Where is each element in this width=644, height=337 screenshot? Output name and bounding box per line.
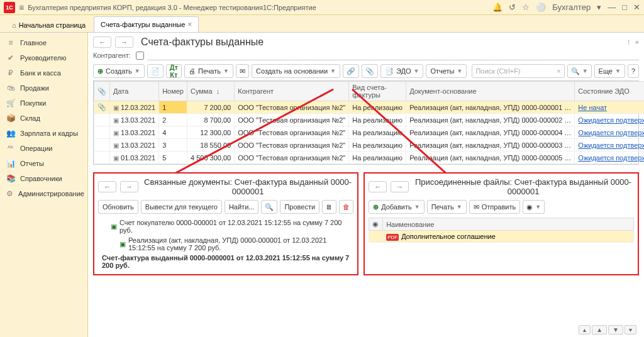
- help-icon[interactable]: ⁝: [628, 38, 630, 47]
- create-based-button[interactable]: Создать на основании▼: [252, 64, 340, 78]
- tree-item[interactable]: ▣Реализация (акт, накладная, УПД) 0000-0…: [98, 235, 353, 253]
- settings-icon[interactable]: ⚪: [536, 3, 546, 12]
- bell-icon[interactable]: 🔔: [492, 3, 502, 12]
- col-edo[interactable]: Состояние ЭДО: [575, 82, 644, 101]
- table-row[interactable]: ▣ 13.03.2021318 550,00ООО "Тестовая орга…: [94, 139, 645, 152]
- history-icon[interactable]: ↺: [509, 3, 516, 12]
- detail-panels: ← → Связанные документы: Счет-фактура вы…: [93, 172, 639, 275]
- close-page-icon[interactable]: ×: [635, 38, 639, 47]
- doc-icon: ▣: [119, 240, 126, 248]
- sidebar-item-main[interactable]: ≡Главное: [0, 35, 87, 50]
- refresh-button[interactable]: Обновить: [98, 200, 138, 214]
- col-status[interactable]: ◉: [369, 218, 383, 231]
- col-party[interactable]: Контрагент: [235, 82, 349, 101]
- mail-button[interactable]: ✉: [236, 64, 249, 78]
- scroll-bottom-button[interactable]: ▾: [625, 325, 636, 334]
- search-button[interactable]: 🔍▼: [567, 64, 592, 78]
- unpost-button[interactable]: 🗎: [322, 200, 336, 214]
- clear-icon[interactable]: ×: [557, 67, 560, 75]
- table-row[interactable]: ▣ 01.03.202154 500 300,00ООО "Тестовая о…: [94, 152, 645, 164]
- edo-link[interactable]: Ожидается подтверждение оператора: [578, 141, 644, 149]
- reports-button[interactable]: Отчеты▼: [426, 64, 467, 78]
- operations-icon: ᴬᵏ: [6, 144, 15, 153]
- chevron-down-icon: ▼: [535, 204, 541, 210]
- search-input[interactable]: Поиск (Ctrl+F)×: [472, 64, 564, 78]
- col-filename[interactable]: Наименование: [383, 218, 634, 231]
- filter-checkbox[interactable]: [136, 52, 144, 60]
- user-dropdown-icon[interactable]: ▾: [597, 3, 601, 12]
- user-label[interactable]: Бухгалтер: [552, 3, 591, 12]
- panel-forward-button[interactable]: →: [120, 181, 138, 192]
- edo-button[interactable]: 📑 ЭДО▼: [380, 64, 423, 78]
- plus-icon: ⊕: [373, 203, 379, 211]
- add-label: Добавить: [381, 203, 412, 211]
- tree-item-current[interactable]: Счет-фактура выданный 0000-0000001 от 12…: [98, 253, 353, 270]
- scroll-down-button[interactable]: ▼: [608, 325, 623, 334]
- content-header: ← → Счета-фактуры выданные ⁝ ×: [93, 36, 639, 48]
- col-sum[interactable]: Сумма ↓: [187, 82, 234, 101]
- col-number[interactable]: Номер: [159, 82, 187, 101]
- menu-icon[interactable]: ≡: [19, 3, 24, 13]
- sidebar-item-directories[interactable]: 📚Справочники: [0, 171, 87, 186]
- tab-invoices[interactable]: Счета-фактуры выданные ×: [94, 16, 199, 32]
- related-docs-button[interactable]: 🔗: [343, 64, 359, 78]
- panel-back-button[interactable]: ←: [98, 181, 116, 192]
- panel-back-button[interactable]: ←: [369, 181, 387, 192]
- table-row[interactable]: ▣ 13.03.2021412 300,00ООО "Тестовая орга…: [94, 126, 645, 139]
- edo-link[interactable]: Ожидается подтверждение оператора: [578, 116, 644, 124]
- print-button[interactable]: 🖨 Печать▼: [184, 64, 233, 78]
- panel-forward-button[interactable]: →: [391, 181, 409, 192]
- filter-input[interactable]: [148, 50, 639, 60]
- create-button[interactable]: ⊕Создать▼: [93, 64, 145, 78]
- sidebar-item-purchases[interactable]: 🛒Покупки: [0, 96, 87, 111]
- help-button[interactable]: ?: [628, 64, 639, 78]
- sidebar-item-reports[interactable]: 📊Отчеты: [0, 156, 87, 171]
- maximize-icon[interactable]: □: [622, 3, 627, 12]
- col-date[interactable]: Дата: [110, 82, 159, 101]
- print-file-button[interactable]: Печать▼: [427, 200, 467, 214]
- delete-button[interactable]: 🗑: [339, 200, 353, 214]
- col-kind[interactable]: Вид счета-фактуры: [349, 82, 406, 101]
- edo-link[interactable]: Ожидается подтверждение оператора: [578, 129, 644, 136]
- magnifier-button[interactable]: 🔍: [261, 200, 277, 214]
- sidebar-item-label: Главное: [20, 39, 47, 47]
- add-file-button[interactable]: ⊕Добавить▼: [369, 200, 425, 214]
- sidebar-item-sales[interactable]: 🛍Продажи: [0, 80, 87, 96]
- copy-button[interactable]: 📄: [147, 64, 164, 78]
- tree-item[interactable]: ▣Счет покупателю 0000-000001 от 12.03.20…: [98, 218, 353, 235]
- star-icon[interactable]: ☆: [522, 3, 530, 12]
- show-current-button[interactable]: Вывести для текущего: [141, 200, 222, 214]
- doc-icon: ▣: [111, 223, 117, 231]
- nav-back-button[interactable]: ←: [93, 36, 111, 48]
- chevron-down-icon: ▼: [457, 204, 462, 210]
- sidebar-item-manager[interactable]: ✔Руководителю: [0, 50, 87, 65]
- sidebar-item-payroll[interactable]: 👥Зарплата и кадры: [0, 126, 87, 141]
- sidebar-item-bank[interactable]: ₽Банк и касса: [0, 65, 87, 80]
- scroll-top-button[interactable]: ▴: [579, 325, 591, 334]
- sidebar-item-warehouse[interactable]: 📦Склад: [0, 111, 87, 126]
- find-button[interactable]: Найти...: [225, 200, 259, 214]
- edo-link[interactable]: Не начат: [578, 104, 607, 111]
- table-row[interactable]: ▣ 13.03.202128 700,00ООО "Тестовая орган…: [94, 114, 645, 126]
- sidebar-item-admin[interactable]: ⚙Администрирование: [0, 186, 87, 201]
- warehouse-icon: 📦: [6, 114, 15, 123]
- tab-home-label: Начальная страница: [19, 21, 86, 29]
- nav-forward-button[interactable]: →: [115, 36, 133, 48]
- file-row[interactable]: PDFДополнительное соглашение: [369, 231, 634, 243]
- col-base[interactable]: Документ-основание: [406, 82, 575, 101]
- more-button[interactable]: Еще▼: [594, 64, 625, 78]
- post-button[interactable]: Провести: [280, 200, 319, 214]
- table-row[interactable]: 📎▣ 12.03.202117 200,00ООО "Тестовая орга…: [94, 101, 645, 114]
- dtk-button[interactable]: ДтКт: [166, 64, 182, 78]
- close-icon[interactable]: ✕: [633, 3, 640, 12]
- tab-home[interactable]: ⌂ Начальная страница: [5, 18, 92, 32]
- view-mode-button[interactable]: ◉▼: [523, 200, 545, 214]
- edo-link[interactable]: Ожидается подтверждение оператора: [578, 154, 644, 162]
- attachments-button[interactable]: 📎: [362, 64, 378, 78]
- sidebar-item-operations[interactable]: ᴬᵏОперации: [0, 141, 87, 156]
- minimize-icon[interactable]: —: [608, 3, 616, 12]
- col-attach[interactable]: 📎: [94, 82, 110, 101]
- send-file-button[interactable]: ✉ Отправить: [469, 200, 521, 214]
- tab-close-icon[interactable]: ×: [187, 20, 192, 29]
- scroll-up-button[interactable]: ▲: [592, 325, 607, 334]
